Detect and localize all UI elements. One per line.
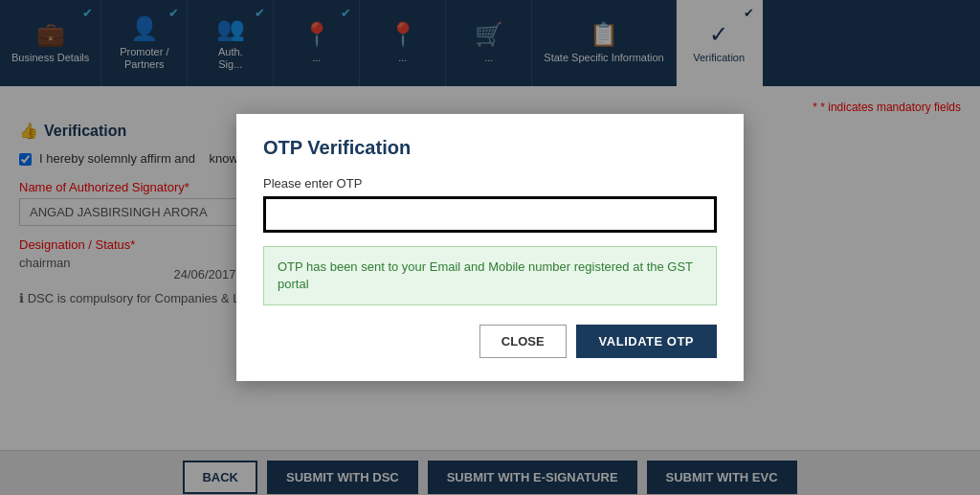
modal-overlay: OTP Verification Please enter OTP OTP ha…	[0, 0, 980, 495]
close-button[interactable]: CLOSE	[479, 325, 567, 358]
otp-label: Please enter OTP	[263, 176, 717, 191]
modal-title: OTP Verification	[263, 137, 717, 159]
modal-buttons: CLOSE VALIDATE OTP	[263, 325, 717, 358]
otp-input[interactable]	[263, 196, 717, 233]
otp-info-box: OTP has been sent to your Email and Mobi…	[263, 246, 717, 305]
validate-otp-button[interactable]: VALIDATE OTP	[576, 325, 717, 358]
otp-modal: OTP Verification Please enter OTP OTP ha…	[236, 114, 744, 381]
